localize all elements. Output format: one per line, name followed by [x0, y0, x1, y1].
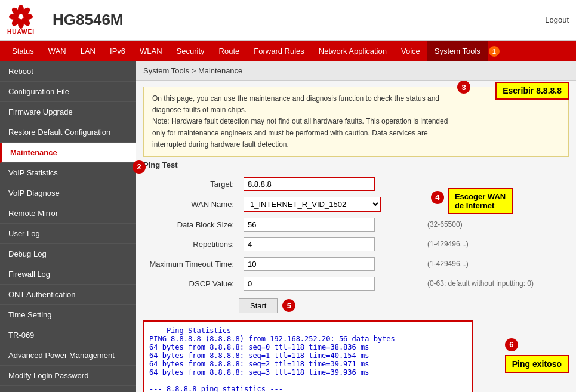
- main-layout: Reboot Configuration File Firmware Upgra…: [0, 61, 576, 392]
- dscp-hint: (0-63; default without inputting: 0): [425, 274, 569, 294]
- step-6-badge: 6: [505, 338, 518, 351]
- wan-select[interactable]: 1_INTERNET_R_VID_1502 2_TR069_R_VID_1503: [244, 197, 381, 212]
- target-input[interactable]: [244, 177, 375, 191]
- model-title: HG8546M: [47, 11, 545, 29]
- ping-test-title: Ping Test: [143, 160, 569, 169]
- sidebar-item-voip-diagnose[interactable]: VoIP Diagnose: [0, 183, 136, 203]
- nav-route[interactable]: Route: [212, 41, 247, 61]
- sidebar-item-remote-mirror[interactable]: Remote Mirror: [0, 203, 136, 224]
- nav-system-tools[interactable]: System Tools: [427, 41, 488, 61]
- dscp-input-cell: [239, 274, 425, 294]
- nav-ipv6[interactable]: IPv6: [103, 41, 133, 61]
- content-area: System Tools > Maintenance On this page,…: [136, 61, 576, 392]
- step-3-badge: 3: [457, 81, 470, 94]
- dscp-label: DSCP Value:: [143, 274, 239, 294]
- timeout-label: Maximum Timeout Time:: [143, 254, 239, 274]
- target-input-cell: [239, 174, 425, 194]
- nav-badge: 1: [489, 46, 500, 57]
- ping-form-table: Target: WAN Name: 1_INTERNET_R_VID_1502 …: [143, 174, 569, 294]
- wan-select-cell: 1_INTERNET_R_VID_1502 2_TR069_R_VID_1503: [239, 194, 425, 215]
- logout-button[interactable]: Logout: [545, 16, 569, 24]
- timeout-row: Maximum Timeout Time: (1-429496...): [143, 254, 569, 274]
- sidebar-item-config-file[interactable]: Configuration File: [0, 82, 136, 102]
- brand-label: HUAWEI: [7, 29, 35, 35]
- sidebar-item-voip-stats[interactable]: VoIP Statistics: [0, 163, 136, 183]
- nav-network-app[interactable]: Network Application: [312, 41, 394, 61]
- dscp-input[interactable]: [244, 277, 375, 291]
- annotation-ping-exitoso-group: 6 Ping exitoso: [505, 338, 569, 373]
- data-block-label: Data Block Size:: [143, 215, 239, 234]
- step-4-badge: 4: [431, 191, 444, 204]
- sidebar-item-ont-auth[interactable]: ONT Authentication: [0, 285, 136, 305]
- nav-lan[interactable]: LAN: [73, 41, 103, 61]
- sidebar-item-debug-log[interactable]: Debug Log: [0, 244, 136, 264]
- annotation-ping-exitoso: Ping exitoso: [505, 355, 569, 373]
- annotation-escribir: Escribir 8.8.8.8: [495, 82, 569, 100]
- logo-area: HUAWEI: [7, 5, 35, 35]
- sidebar-item-user-log[interactable]: User Log: [0, 224, 136, 244]
- sidebar-item-intelligent-channel[interactable]: Intelligent Channel Statistics: [0, 386, 136, 392]
- ping-exitoso-text: Ping exitoso: [512, 359, 562, 369]
- start-button[interactable]: Start: [239, 298, 278, 313]
- wan-name-row: WAN Name: 1_INTERNET_R_VID_1502 2_TR069_…: [143, 194, 569, 215]
- dscp-row: DSCP Value: (0-63; default without input…: [143, 274, 569, 294]
- sidebar-item-restore[interactable]: Restore Default Configuration: [0, 122, 136, 143]
- wan-annotation-cell: 4 Escoger WANde Internet: [425, 194, 569, 215]
- breadcrumb: System Tools > Maintenance: [136, 61, 576, 81]
- nav-wlan[interactable]: WLAN: [133, 41, 170, 61]
- nav-wan[interactable]: WAN: [41, 41, 73, 61]
- start-button-row: Start 5: [239, 298, 569, 313]
- ping-output-wrapper: --- Ping Statistics --- PING 8.8.8.8 (8.…: [143, 320, 569, 392]
- timeout-input[interactable]: [244, 257, 375, 271]
- timeout-input-cell: [239, 254, 425, 274]
- navigation-bar: Status WAN LAN IPv6 WLAN Security Route …: [0, 41, 576, 61]
- target-label: Target:: [143, 174, 239, 194]
- ping-output[interactable]: --- Ping Statistics --- PING 8.8.8.8 (8.…: [143, 320, 473, 392]
- sidebar-item-power-mgmt[interactable]: Advanced Power Management: [0, 345, 136, 366]
- data-block-hint: (32-65500): [425, 215, 569, 234]
- data-block-input[interactable]: [244, 218, 375, 232]
- nav-security[interactable]: Security: [170, 41, 212, 61]
- sidebar: Reboot Configuration File Firmware Upgra…: [0, 61, 136, 392]
- sidebar-item-reboot[interactable]: Reboot: [0, 61, 136, 82]
- repetitions-hint: (1-429496...): [425, 234, 569, 254]
- nav-status[interactable]: Status: [5, 41, 41, 61]
- huawei-logo-icon: [8, 5, 34, 29]
- sidebar-item-tr069[interactable]: TR-069: [0, 325, 136, 345]
- sidebar-item-firmware[interactable]: Firmware Upgrade: [0, 102, 136, 122]
- sidebar-item-modify-password[interactable]: Modify Login Password: [0, 366, 136, 386]
- annotation-escribir-text: Escribir 8.8.8.8: [503, 86, 562, 95]
- repetitions-label: Repetitions:: [143, 234, 239, 254]
- nav-forward-rules[interactable]: Forward Rules: [247, 41, 312, 61]
- repetitions-input-cell: [239, 234, 425, 254]
- sidebar-item-time-setting[interactable]: Time Setting: [0, 305, 136, 325]
- ping-test-section: Ping Test 2 Target: WAN Name: 1_INTERNET…: [143, 160, 569, 313]
- wan-label: WAN Name:: [143, 194, 239, 215]
- sidebar-item-firewall-log[interactable]: Firewall Log: [0, 264, 136, 285]
- nav-voice[interactable]: Voice: [394, 41, 427, 61]
- data-block-row: Data Block Size: (32-65500): [143, 215, 569, 234]
- header: HUAWEI HG8546M Logout: [0, 0, 576, 41]
- repetitions-row: Repetitions: (1-429496...): [143, 234, 569, 254]
- annotation-wan: Escoger WANde Internet: [448, 188, 513, 214]
- step-5-badge: 5: [282, 299, 295, 312]
- info-text: On this page, you can use the maintenanc…: [152, 94, 448, 149]
- step-2-badge: 2: [133, 160, 146, 174]
- repetitions-input[interactable]: [244, 237, 375, 251]
- sidebar-item-maintenance[interactable]: Maintenance: [0, 143, 136, 163]
- data-block-input-cell: [239, 215, 425, 234]
- timeout-hint: (1-429496...): [425, 254, 569, 274]
